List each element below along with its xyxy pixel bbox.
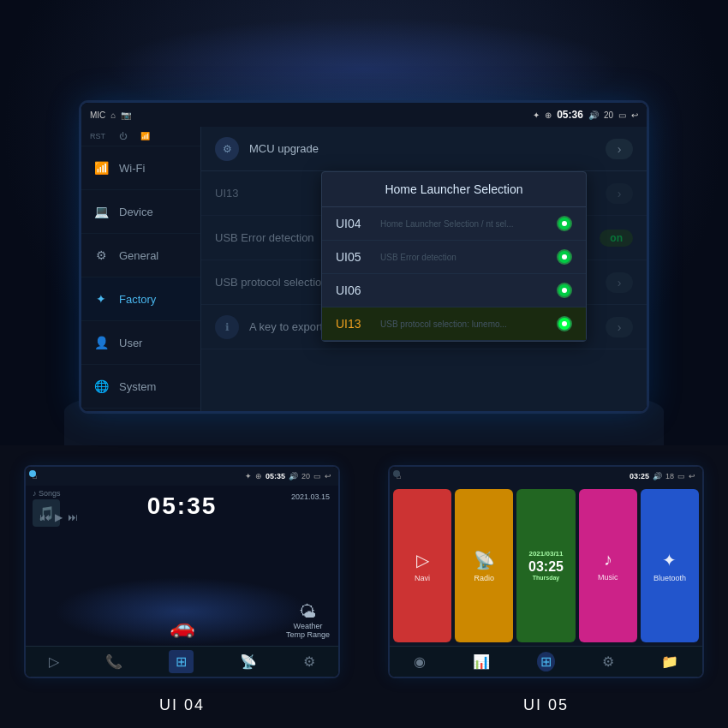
ui04-wifi-icon: ⊕ (255, 472, 262, 480)
ui05-time: 03:25 (630, 472, 649, 480)
status-time: 05:36 (557, 109, 583, 121)
radio-app-tile[interactable]: 📡 Radio (455, 489, 513, 642)
ui04-radio (557, 216, 572, 231)
ui04-battery: ▭ (313, 472, 321, 480)
wifi-small-icon: 📶 (140, 132, 150, 140)
sidebar-wifi-label: Wi-Fi (119, 162, 145, 175)
ui04-time: 05:35 (266, 472, 285, 480)
radio-label: Radio (474, 574, 495, 582)
ui05-folder-icon[interactable]: 📁 (661, 653, 678, 670)
dropdown-item-ui05[interactable]: UI05 USB Error detection (322, 241, 586, 274)
ui05-grid-icon[interactable]: ⊞ (537, 652, 555, 671)
navi-icon: ▷ (416, 550, 429, 570)
ui05-taskbar: ◉ 📊 ⊞ ⚙ 📁 (390, 646, 702, 677)
dropdown-item-ui06[interactable]: UI06 (322, 274, 586, 307)
ui04-status-bar: ⌂ ✦ ⊕ 05:35 🔊 20 ▭ ↩ (26, 467, 338, 486)
mcu-arrow[interactable]: › (606, 139, 633, 159)
ui05-settings2-icon[interactable]: ◉ (414, 653, 426, 670)
general-icon: ⚙ (92, 246, 110, 265)
ui06-radio (557, 283, 572, 298)
device-icon: 💻 (92, 202, 110, 221)
wifi-icon: 📶 (92, 158, 110, 177)
launcher-arrow[interactable]: › (606, 183, 633, 204)
music-note-icon: ♪ Songs (33, 489, 61, 498)
status-bar-right: ✦ ⊕ 05:36 🔊 20 ▭ ↩ (533, 109, 638, 121)
ui04-vol-icon: 🔊 (289, 472, 298, 480)
ui05-chart-icon[interactable]: 📊 (473, 653, 490, 670)
music-label: Music (598, 573, 618, 582)
bottom-labels: UI 04 UI 05 (0, 696, 728, 714)
home-taskbar-icon[interactable]: ⊞ (169, 650, 194, 673)
ui04-bottom-label: UI 04 (0, 696, 364, 714)
prev-icon[interactable]: ⏮ (39, 511, 50, 523)
ui05-screen: ⌂ 03:25 🔊 18 ▭ ↩ ▷ Navi 📡 Radio 2021/03/ (390, 467, 702, 677)
clock-app-tile[interactable]: 2021/03/11 03:25 Thursday (516, 489, 575, 642)
ui04-date: 2021.03.15 (291, 492, 330, 501)
user-icon: 👤 (92, 333, 110, 352)
system-icon: 🌐 (92, 377, 110, 396)
main-screen: MIC ⌂ 📷 ✦ ⊕ 05:36 🔊 20 ▭ ↩ RST ⏻ 📶 📶 Wi-… (81, 103, 647, 411)
mcu-icon: ⚙ (215, 137, 239, 161)
factory-icon: ✦ (92, 289, 110, 308)
ui04-vol-level: 20 (301, 472, 310, 480)
ui04-screen: ⌂ ✦ ⊕ 05:35 🔊 20 ▭ ↩ ♪ Songs 🎵 ⏮ ▶ ⏭ (26, 467, 338, 677)
play-icon[interactable]: ▶ (55, 511, 63, 523)
rst-label: RST (90, 132, 105, 140)
ui05-desc: USB Error detection (380, 253, 546, 262)
ui04-time-display: 05:35 (147, 492, 218, 520)
volume-level: 20 (604, 110, 613, 120)
usb-protocol-arrow[interactable]: › (606, 272, 633, 293)
sidebar-item-system[interactable]: 🌐 System (81, 365, 200, 409)
back-icon[interactable]: ↩ (631, 110, 638, 120)
next-icon[interactable]: ⏭ (68, 511, 78, 523)
wifi-icon: ⊕ (545, 110, 552, 120)
sidebar-item-factory[interactable]: ✦ Factory (81, 277, 200, 321)
ui05-vol-level: 18 (665, 472, 674, 480)
usb-on-button[interactable]: on (600, 230, 633, 247)
nav-taskbar-icon[interactable]: ▷ (49, 653, 59, 670)
navi-app-tile[interactable]: ▷ Navi (393, 489, 451, 642)
ui04-back[interactable]: ↩ (325, 472, 331, 480)
ui04-desc: Home Launcher Selection / nt sel... (380, 219, 546, 229)
home-icon: ⌂ (110, 110, 116, 120)
sidebar-item-general[interactable]: ⚙ General (81, 234, 200, 277)
sidebar-system-label: System (119, 380, 156, 393)
signal-taskbar-icon[interactable]: 📡 (240, 653, 257, 670)
music-app-tile[interactable]: ♪ Music (579, 489, 637, 642)
volume-icon: 🔊 (588, 110, 599, 120)
sidebar-item-user[interactable]: 👤 User (81, 321, 200, 365)
phone-taskbar-icon[interactable]: 📞 (105, 653, 122, 670)
sidebar-item-wifi[interactable]: 📶 Wi-Fi (81, 146, 200, 190)
ui05-battery: ▭ (677, 472, 685, 480)
screen-dot-ui05 (393, 470, 400, 477)
ui05-status-right: 03:25 🔊 18 ▭ ↩ (630, 472, 695, 480)
ui13-desc: USB protocol selection: lunemo... (380, 319, 546, 329)
home-launcher-dropdown: Home Launcher Selection UI04 Home Launch… (321, 171, 587, 342)
ui04-taskbar: ▷ 📞 ⊞ 📡 ⚙ (26, 646, 338, 677)
ui04-controls: ⏮ ▶ ⏭ (39, 511, 78, 523)
mcu-label: MCU upgrade (249, 142, 595, 155)
settings-taskbar-icon[interactable]: ⚙ (303, 653, 315, 670)
ui13-label: UI13 (336, 317, 370, 331)
status-bar-left: MIC ⌂ 📷 (90, 110, 131, 120)
music-icon: ♪ (604, 550, 612, 570)
key-export-arrow[interactable]: › (606, 317, 633, 337)
ui13-radio (557, 316, 572, 331)
mcu-upgrade-row: ⚙ MCU upgrade › (201, 127, 647, 171)
dropdown-item-ui04[interactable]: UI04 Home Launcher Selection / nt sel... (322, 207, 586, 241)
ui05-gear-icon[interactable]: ⚙ (602, 653, 614, 670)
ui05-back[interactable]: ↩ (689, 472, 695, 480)
sidebar-device-label: Device (119, 206, 153, 218)
dropdown-item-ui13[interactable]: UI13 USB protocol selection: lunemo... (322, 307, 586, 341)
main-panel: ⚙ MCU upgrade › UI13 › USB Error detecti… (201, 127, 647, 411)
screen-dot-ui04 (29, 470, 36, 477)
weather-label: Weather (286, 622, 330, 630)
ui04-label: UI04 (336, 217, 370, 230)
clock-time-display: 03:25 (528, 558, 564, 575)
bluetooth-app-tile[interactable]: ✦ Bluetooth (641, 489, 699, 642)
sidebar-user-label: User (119, 337, 142, 349)
sidebar-item-device[interactable]: 💻 Device (81, 190, 200, 234)
battery-icon: ▭ (618, 110, 626, 120)
dropdown-title: Home Launcher Selection (322, 172, 586, 207)
sidebar-general-label: General (119, 249, 158, 262)
